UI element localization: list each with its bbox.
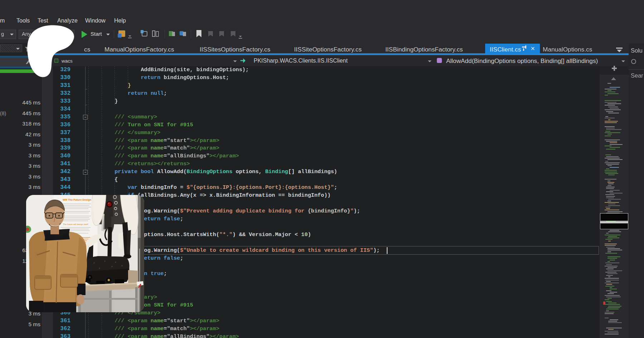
svg-text:The future will design itself: The future will design itself [63,223,88,225]
